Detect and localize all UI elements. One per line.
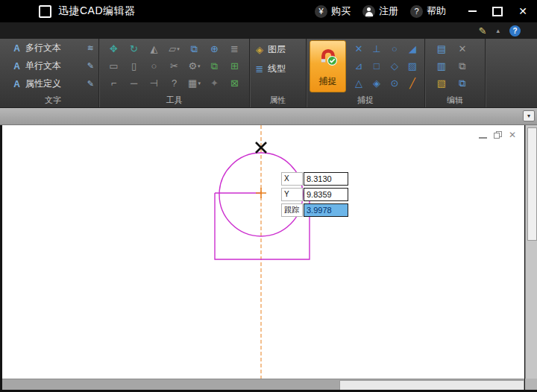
snap-node-icon[interactable]: ◈ (368, 75, 386, 92)
query-icon[interactable]: ? (164, 75, 184, 92)
snap-midpoint-icon[interactable]: □ (368, 57, 386, 75)
snap-extension-icon[interactable]: ⊿ (350, 57, 368, 75)
snap-tangent-icon[interactable]: △ (350, 75, 368, 92)
mirror-icon[interactable]: ◭ (144, 40, 164, 57)
rotate-icon[interactable]: ↻ (124, 40, 144, 57)
quick-access-bar: ✎ ▴ ? (0, 22, 537, 39)
snap-tracking-icon[interactable]: ╱ (403, 75, 421, 92)
clipboard-icon[interactable]: ▤ (431, 40, 452, 57)
snap-intersection-icon[interactable]: ✕ (350, 40, 368, 57)
app-title: 迅捷CAD编辑器 (58, 4, 136, 18)
text-edit-mini-icon[interactable]: ✎ (87, 61, 94, 71)
rectangle-tool-icon[interactable]: ▭ (104, 57, 124, 75)
properties-group-label: 属性 (250, 95, 306, 106)
linetype-icon: ≣ (254, 63, 266, 75)
ribbon-group-edit: ▤ ✕ ▥ ⧉ ▧ ⧉ 编辑 (425, 39, 486, 107)
circle-tool-icon[interactable]: ○ (144, 57, 164, 75)
x-value-field[interactable]: 8.3130 (304, 172, 348, 186)
tracking-value-field[interactable]: 3.9978 (304, 203, 348, 217)
chamfer-icon[interactable]: ⌐ (104, 75, 124, 92)
dynamic-input-panel: X 8.3130 Y 9.8359 跟踪 3.9978 (281, 172, 348, 219)
duplicate-icon[interactable]: ⧉ (204, 57, 224, 75)
x-coordinate-row: X 8.3130 (281, 172, 348, 186)
array-icon[interactable]: ≣ (224, 40, 245, 57)
copy-object-icon[interactable]: ⧉ (452, 57, 473, 75)
scrollbar-corner (525, 379, 537, 390)
app-window: 迅捷CAD编辑器 ¥ 购买 注册 ? 帮助 ✕ ✎ ▴ ? (0, 0, 537, 392)
snap-circle-icon[interactable]: ⊙ (386, 75, 403, 92)
snap-nearest-icon[interactable]: ◢ (403, 40, 421, 57)
attribute-define-button[interactable]: A 属性定义 ✎ (7, 75, 98, 92)
maximize-button[interactable] (488, 3, 507, 19)
app-logo-icon (39, 5, 51, 18)
doc-close-icon[interactable]: ✕ (509, 131, 516, 139)
buy-button[interactable]: ¥ 购买 (312, 4, 354, 18)
grid-tool-icon[interactable]: ⊠ (224, 75, 245, 92)
hatch-edit-icon[interactable]: ▧ (431, 75, 452, 92)
doc-minimize-icon[interactable] (479, 137, 487, 139)
y-label: Y (281, 188, 303, 201)
multiline-text-label: 多行文本 (25, 42, 61, 54)
snap-button-label: 捕捉 (319, 75, 337, 88)
snap-center-icon[interactable]: ○ (386, 40, 403, 57)
scale-dropdown-icon[interactable]: ▱ (164, 40, 184, 57)
minimize-button[interactable] (462, 3, 482, 19)
register-label: 注册 (379, 4, 398, 18)
vertical-scrollbar[interactable] (525, 125, 537, 379)
y-value-field[interactable]: 9.8359 (304, 188, 348, 201)
attribute-define-label: 属性定义 (25, 78, 61, 90)
singleline-text-icon: A (10, 61, 23, 72)
snap-modes-grid: ✕ ⊥ ○ ◢ ⊿ □ ◇ ▨ △ ◈ ⊙ ╱ (350, 40, 421, 92)
tools-icon-grid: ✥ ↻ ◭ ▱ ⧉ ⊕ ≣ ▭ ▯ ○ ✂ ⚙ ⧉ ⊞ ⌐ ─ ⊣ ? ▦ ✦ (104, 40, 245, 92)
drawing-canvas[interactable] (2, 125, 524, 379)
list-icon[interactable]: ▥ (431, 57, 452, 75)
ribbon-group-text: A 多行文本 ≋ A 单行文本 ✎ A 属性定义 ✎ 文字 (7, 39, 99, 107)
extend-icon[interactable]: ⊣ (144, 75, 164, 92)
line-tool-icon[interactable]: ─ (124, 75, 144, 92)
titlebar: 迅捷CAD编辑器 ¥ 购买 注册 ? 帮助 ✕ (0, 0, 537, 22)
horizontal-scroll-thumb[interactable] (339, 380, 524, 391)
polyline-tool-icon[interactable]: ▯ (124, 57, 144, 75)
attribute-edit-mini-icon[interactable]: ✎ (87, 79, 94, 89)
magnet-icon (318, 47, 338, 66)
register-button[interactable]: 注册 (359, 4, 401, 18)
snap-group-label: 捕捉 (307, 95, 424, 106)
delete-icon[interactable]: ✕ (452, 40, 473, 57)
trim-icon[interactable]: ✂ (164, 57, 184, 75)
doc-restore-icon[interactable] (494, 131, 502, 139)
offset-icon[interactable]: ⊕ (204, 40, 224, 57)
help-button[interactable]: ? 帮助 (407, 4, 449, 18)
edit-pencil-icon[interactable]: ✎ (479, 25, 487, 37)
paste-icon[interactable]: ⧉ (452, 75, 473, 92)
horizontal-scrollbar[interactable] (2, 379, 524, 390)
x-label: X (281, 172, 303, 186)
settings-dropdown-icon[interactable]: ⚙ (184, 57, 204, 75)
layer-button[interactable]: ◈ 图层 (250, 40, 306, 58)
copy-icon[interactable]: ⧉ (184, 40, 204, 57)
layer-icon: ◈ (254, 44, 266, 55)
help-label: 帮助 (427, 4, 446, 18)
snap-perpendicular-icon[interactable]: ⊥ (368, 40, 386, 57)
explode-icon[interactable]: ✦ (204, 75, 224, 92)
quick-help-icon[interactable]: ? (509, 25, 521, 37)
snap-toggle-button[interactable]: 捕捉 (310, 40, 346, 92)
document-window-controls: ✕ (479, 131, 516, 139)
table-icon[interactable]: ⊞ (224, 57, 245, 75)
multiline-text-button[interactable]: A 多行文本 ≋ (7, 39, 98, 57)
snap-insertion-icon[interactable]: ▨ (403, 57, 421, 75)
linetype-button[interactable]: ≣ 线型 (250, 60, 306, 78)
singleline-text-button[interactable]: A 单行文本 ✎ (7, 57, 98, 75)
hatch-dropdown-icon[interactable]: ▦ (184, 75, 204, 92)
layout-caret-button[interactable]: ▾ (523, 110, 535, 121)
move-icon[interactable]: ✥ (104, 40, 124, 57)
ribbon-group-tools: ✥ ↻ ◭ ▱ ⧉ ⊕ ≣ ▭ ▯ ○ ✂ ⚙ ⧉ ⊞ ⌐ ─ ⊣ ? ▦ ✦ (99, 39, 250, 107)
collapse-ribbon-icon[interactable]: ▴ (496, 27, 500, 34)
minimize-icon (468, 10, 477, 12)
text-align-mini-icon[interactable]: ≋ (87, 43, 94, 53)
close-button[interactable]: ✕ (513, 3, 533, 19)
layer-label: 图层 (268, 43, 286, 56)
layout-bar: ▾ (0, 108, 537, 125)
multiline-text-icon: A (10, 43, 23, 54)
snap-quadrant-icon[interactable]: ◇ (386, 57, 403, 75)
vertical-scroll-thumb[interactable] (527, 127, 537, 241)
